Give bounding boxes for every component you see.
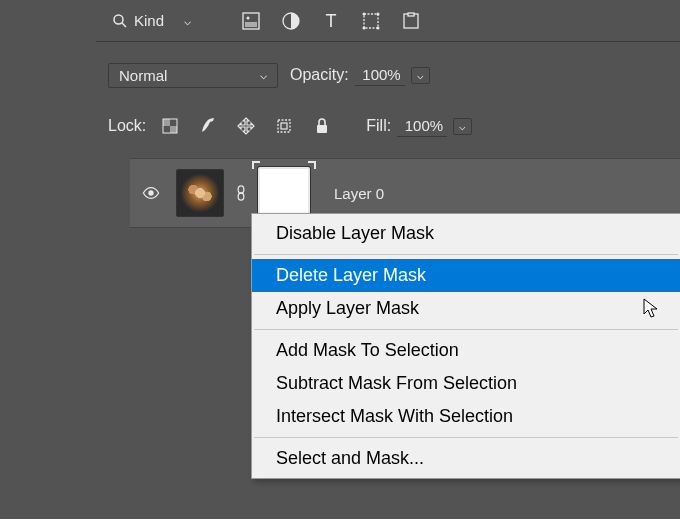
lock-transparency-icon[interactable]	[160, 116, 180, 136]
svg-line-1	[122, 23, 126, 27]
svg-point-11	[377, 26, 380, 29]
layer-thumbnail[interactable]	[176, 169, 224, 217]
menu-apply-layer-mask[interactable]: Apply Layer Mask	[252, 292, 680, 325]
lock-fill-row: Lock: Fill: 100% ⌵	[96, 104, 680, 148]
menu-select-and-mask[interactable]: Select and Mask...	[252, 442, 680, 475]
svg-rect-3	[245, 22, 257, 27]
svg-point-20	[148, 190, 153, 195]
menu-delete-layer-mask[interactable]: Delete Layer Mask	[252, 259, 680, 292]
svg-rect-17	[278, 120, 290, 132]
menu-intersect-mask-with-selection[interactable]: Intersect Mask With Selection	[252, 400, 680, 433]
lock-label: Lock:	[108, 117, 146, 135]
svg-rect-15	[163, 119, 170, 126]
lock-position-icon[interactable]	[236, 116, 256, 136]
fill-label: Fill:	[366, 117, 391, 135]
chevron-down-icon: ⌵	[184, 14, 191, 28]
svg-point-22	[238, 193, 244, 200]
svg-point-4	[247, 16, 250, 19]
mask-link-icon[interactable]	[234, 184, 248, 202]
svg-rect-19	[317, 125, 327, 133]
filter-kind-dropdown[interactable]: Kind ⌵	[108, 10, 195, 31]
svg-rect-13	[408, 13, 414, 16]
menu-separator	[254, 437, 678, 438]
layer-filter-row: Kind ⌵ T	[96, 0, 680, 42]
menu-disable-layer-mask[interactable]: Disable Layer Mask	[252, 217, 680, 250]
chevron-down-icon: ⌵	[260, 68, 267, 82]
fill-control: Fill: 100% ⌵	[366, 115, 472, 137]
lock-icons-group	[160, 116, 332, 136]
svg-point-8	[363, 12, 366, 15]
fill-value-input[interactable]: 100%	[397, 115, 447, 137]
menu-separator	[254, 254, 678, 255]
blend-mode-dropdown[interactable]: Normal ⌵	[108, 63, 278, 88]
svg-point-9	[377, 12, 380, 15]
opacity-value-input[interactable]: 100%	[355, 64, 405, 86]
layer-mask-thumbnail-wrap	[258, 167, 310, 219]
type-layer-filter-icon[interactable]: T	[321, 11, 341, 31]
lock-image-icon[interactable]	[198, 116, 218, 136]
layer-mask-thumbnail[interactable]	[258, 167, 310, 219]
menu-subtract-mask-from-selection[interactable]: Subtract Mask From Selection	[252, 367, 680, 400]
svg-text:T: T	[326, 11, 337, 31]
menu-separator	[254, 329, 678, 330]
lock-artboard-icon[interactable]	[274, 116, 294, 136]
pixel-layer-filter-icon[interactable]	[241, 11, 261, 31]
shape-layer-filter-icon[interactable]	[361, 11, 381, 31]
opacity-control: Opacity: 100% ⌵	[290, 64, 430, 86]
svg-point-0	[114, 15, 123, 24]
svg-rect-16	[170, 126, 177, 133]
smart-object-filter-icon[interactable]	[401, 11, 421, 31]
blend-mode-value: Normal	[119, 67, 167, 84]
layer-name-label[interactable]: Layer 0	[334, 185, 384, 202]
svg-rect-18	[281, 123, 287, 129]
menu-add-mask-to-selection[interactable]: Add Mask To Selection	[252, 334, 680, 367]
blend-opacity-row: Normal ⌵ Opacity: 100% ⌵	[96, 52, 680, 98]
adjustment-layer-filter-icon[interactable]	[281, 11, 301, 31]
fill-flyout-button[interactable]: ⌵	[453, 118, 472, 135]
opacity-label: Opacity:	[290, 66, 349, 84]
visibility-toggle-icon[interactable]	[142, 184, 160, 202]
layer-mask-context-menu: Disable Layer Mask Delete Layer Mask App…	[251, 213, 680, 479]
filter-kind-label: Kind	[134, 12, 164, 29]
filter-type-icons: T	[241, 11, 421, 31]
svg-rect-7	[364, 14, 378, 28]
search-icon	[112, 13, 128, 29]
opacity-flyout-button[interactable]: ⌵	[411, 67, 430, 84]
svg-point-10	[363, 26, 366, 29]
svg-point-21	[238, 186, 244, 193]
lock-all-icon[interactable]	[312, 116, 332, 136]
